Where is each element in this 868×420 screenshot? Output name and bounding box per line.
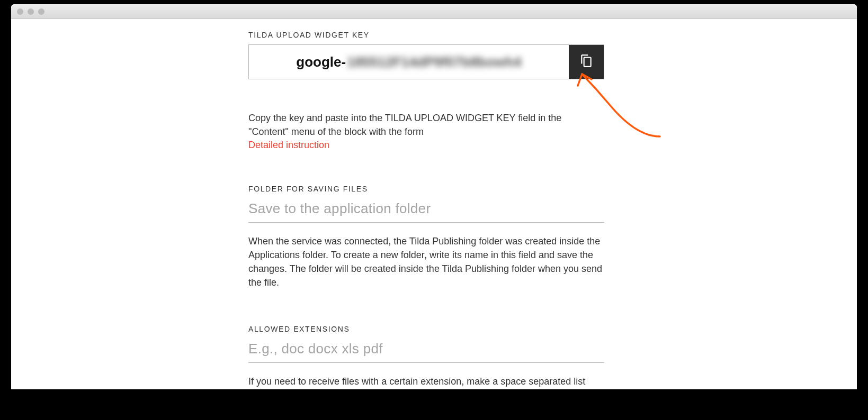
spacer bbox=[248, 151, 604, 185]
content-area: TILDA UPLOAD WIDGET KEY google-185512F14… bbox=[11, 19, 857, 389]
copy-button[interactable] bbox=[569, 45, 604, 79]
copy-icon bbox=[579, 54, 593, 70]
window-titlebar bbox=[11, 4, 857, 19]
widget-key-row: google-185512F14dP9f07b8bowh4 bbox=[248, 44, 604, 79]
widget-key-prefix: google- bbox=[296, 54, 346, 70]
spacer bbox=[248, 291, 604, 325]
folder-label: FOLDER FOR SAVING FILES bbox=[248, 185, 604, 193]
extensions-label: ALLOWED EXTENSIONS bbox=[248, 325, 604, 333]
widget-key-masked: 185512F14dP9f07b8bowh4 bbox=[347, 54, 522, 70]
widget-key-description: Copy the key and paste into the TILDA UP… bbox=[248, 111, 604, 139]
traffic-light-zoom[interactable] bbox=[38, 8, 44, 15]
app-window: TILDA UPLOAD WIDGET KEY google-185512F14… bbox=[11, 4, 857, 389]
traffic-light-close[interactable] bbox=[17, 8, 23, 15]
traffic-light-minimize[interactable] bbox=[28, 8, 34, 15]
widget-key-label: TILDA UPLOAD WIDGET KEY bbox=[248, 31, 604, 39]
extensions-description: If you need to receive files with a cert… bbox=[248, 375, 604, 389]
folder-description: When the service was connected, the Tild… bbox=[248, 234, 604, 289]
folder-input[interactable] bbox=[248, 198, 604, 223]
extensions-input[interactable] bbox=[248, 339, 604, 363]
detailed-instruction-link[interactable]: Detailed instruction bbox=[248, 140, 604, 151]
form-column: TILDA UPLOAD WIDGET KEY google-185512F14… bbox=[248, 31, 604, 389]
widget-key-field[interactable]: google-185512F14dP9f07b8bowh4 bbox=[249, 45, 569, 79]
